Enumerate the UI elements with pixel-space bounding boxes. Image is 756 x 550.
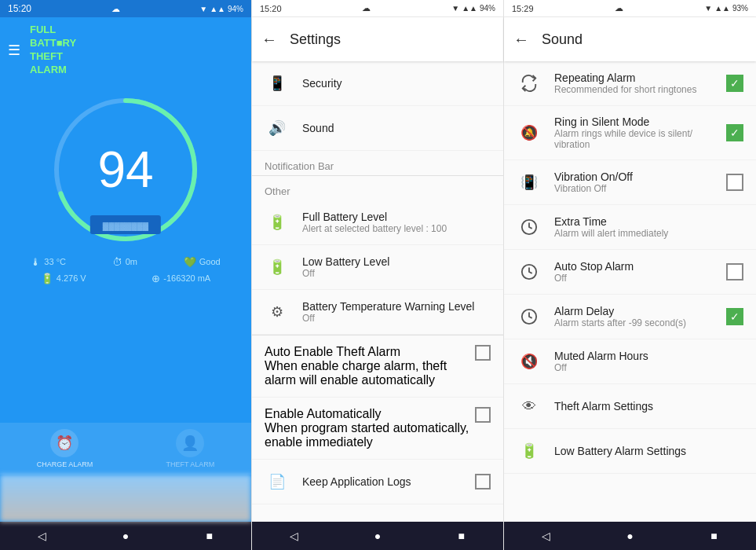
ring-silent-checkbox[interactable]: ✓ [726,124,743,141]
signal-icon-3: ▲▲ [714,4,730,13]
home-system-btn-3[interactable]: ● [621,526,640,545]
auto-stop-alarm-subtitle: Off [554,273,726,284]
system-bar-3: ◁ ● ■ [504,522,756,550]
keep-logs-item[interactable]: 📄 Keep Application Logs [252,460,503,504]
battery-circle-container: 94 ▓▓▓▓▓▓▓▓ [0,91,251,248]
battery-icon-2: 94% [480,4,495,13]
back-system-btn-2[interactable]: ◁ [284,526,303,545]
extra-time-title: Extra Time [554,215,743,228]
muted-alarm-icon: 🔇 [517,349,542,374]
status-bar-2: 15:20 ☁ ▼ ▲▲ 94% [252,0,503,17]
sound-title: Sound [302,122,491,134]
stats-row-1: 🌡 33 °C ⏱ 0m 💚 Good [0,248,251,271]
auto-enable-theft-title: Auto Enable Theft Alarm [265,345,475,359]
theft-alarm-settings-item[interactable]: 👁 Theft Alarm Settings [504,384,756,429]
notification-bar-label: Notification Bar [252,151,503,175]
settings-security-item[interactable]: 📱 Security [252,61,503,106]
thermometer-icon: 🌡 [31,256,41,268]
cloud-icon-1: ☁ [111,4,120,14]
sound-header: ← Sound [504,17,756,61]
theft-alarm-nav[interactable]: 👤 THEFT ALARM [166,429,214,468]
keep-logs-title: Keep Application Logs [302,475,475,488]
wifi-icon-2: ▼ [451,4,459,13]
auto-stop-alarm-title: Auto Stop Alarm [554,260,726,273]
panel-settings: 15:20 ☁ ▼ ▲▲ 94% ← Settings 📱 Security 🔊… [251,0,503,550]
back-system-btn-1[interactable]: ◁ [32,526,51,545]
hamburger-menu[interactable]: ☰ [8,42,20,59]
panel-sound: 15:29 ☁ ▼ ▲▲ 93% ← Sound Repeating Alar [503,0,756,550]
time-3: 15:29 [512,4,534,13]
vibration-item[interactable]: 📳 Vibration On/Off Vibration Off [504,160,756,205]
wifi-icon-1: ▼ [199,5,207,13]
extra-time-item[interactable]: Extra Time Alarm will alert immediately [504,205,756,250]
sound-title: Sound [542,31,583,48]
uptime-stat: ⏱ 0m [112,256,137,268]
time-1: 15:20 [8,3,31,14]
low-battery-alarm-settings-item[interactable]: 🔋 Low Battery Alarm Settings [504,429,756,474]
settings-back-btn[interactable]: ← [261,31,277,49]
keep-logs-checkbox[interactable] [475,474,491,490]
auto-stop-alarm-checkbox[interactable] [726,263,743,280]
system-bar-2: ◁ ● ■ [252,522,503,550]
auto-enable-theft-item[interactable]: Auto Enable Theft Alarm When enable char… [252,336,503,398]
repeating-alarm-item[interactable]: Repeating Alarm Recommended for short ri… [504,61,756,106]
time-2: 15:20 [260,4,282,13]
charge-alarm-nav[interactable]: ⏰ CHARGE ALARM [37,429,93,468]
enable-auto-title: Enable Automatically [265,407,475,421]
app-title: FULLBATT■RYTHEFTALARM [30,24,76,77]
back-system-btn-3[interactable]: ◁ [537,526,556,545]
low-battery-icon: 🔋 [265,255,290,280]
full-battery-level-item[interactable]: 🔋 Full Battery Level Alert at selected b… [252,200,503,245]
ring-silent-item[interactable]: 🔕 Ring in Silent Mode Alarm rings while … [504,106,756,160]
theft-alarm-label: THEFT ALARM [166,460,214,468]
settings-title: Settings [290,31,341,48]
security-icon: 📱 [265,71,290,96]
settings-sound-item[interactable]: 🔊 Sound [252,106,503,151]
muted-alarm-title: Muted Alarm Hours [554,350,743,362]
vibration-checkbox[interactable] [726,174,743,191]
blurred-content [0,475,251,522]
health-stat: 💚 Good [184,256,221,268]
enable-auto-item[interactable]: Enable Automatically When program starte… [252,398,503,460]
low-battery-level-item[interactable]: 🔋 Low Battery Level Off [252,245,503,290]
voltage-stat: 🔋 4.276 V [41,273,86,284]
home-system-btn-2[interactable]: ● [368,526,387,545]
cloud-icon-3: ☁ [615,3,623,13]
sound-back-btn[interactable]: ← [513,31,529,49]
charge-alarm-label: CHARGE ALARM [37,460,93,468]
full-battery-icon: 🔋 [265,210,290,235]
battery-temp-title: Battery Temperature Warning Level [302,300,491,313]
security-title: Security [302,77,491,90]
app-header: ☰ FULLBATT■RYTHEFTALARM [0,17,251,83]
sound-icon: 🔊 [265,116,290,141]
settings-header: ← Settings [252,17,503,61]
stats-row-2: 🔋 4.276 V ⊕ -166320 mA [0,271,251,291]
alarm-delay-item[interactable]: Alarm Delay Alarm starts after -99 secon… [504,295,756,339]
enable-auto-subtitle: When program started automatically, enab… [265,421,475,449]
auto-stop-alarm-item[interactable]: Auto Stop Alarm Off [504,250,756,295]
full-battery-title: Full Battery Level [302,211,491,223]
sound-list[interactable]: Repeating Alarm Recommended for short ri… [504,61,756,522]
vibration-icon: 📳 [517,170,542,195]
repeating-alarm-subtitle: Recommended for short ringtones [554,84,726,95]
recents-system-btn-3[interactable]: ■ [705,526,724,545]
alarm-delay-checkbox[interactable]: ✓ [726,308,743,325]
signal-icon-1: ▲▲ [210,5,225,13]
heart-icon: 💚 [184,256,196,268]
battery-icon-1: 94% [228,5,243,13]
auto-enable-theft-checkbox[interactable] [475,345,491,361]
settings-list[interactable]: 📱 Security 🔊 Sound Notification Bar Othe… [252,61,503,522]
enable-auto-checkbox[interactable] [475,407,491,423]
panel-main: 15:20 ☁ ▼ ▲▲ 94% ☰ FULLBATT■RYTHEFTALARM… [0,0,251,550]
ring-silent-subtitle: Alarm rings while device is silent/ vibr… [554,128,726,150]
recents-system-btn-2[interactable]: ■ [452,526,471,545]
muted-alarm-item[interactable]: 🔇 Muted Alarm Hours Off [504,339,756,384]
recents-system-btn-1[interactable]: ■ [200,526,219,545]
battery-temp-item[interactable]: ⚙ Battery Temperature Warning Level Off [252,290,503,335]
cloud-icon-2: ☁ [362,3,371,13]
repeating-alarm-checkbox[interactable]: ✓ [726,75,743,92]
ring-silent-title: Ring in Silent Mode [554,116,726,128]
home-system-btn-1[interactable]: ● [116,526,135,545]
battery-icon-3: 93% [732,4,748,13]
status-bar-3: 15:29 ☁ ▼ ▲▲ 93% [504,0,756,17]
